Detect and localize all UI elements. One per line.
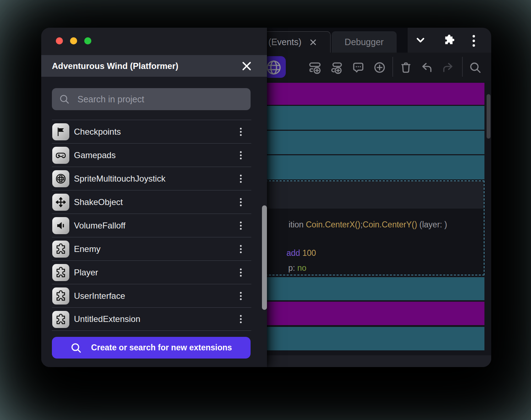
tab-debugger[interactable]: Debugger <box>332 31 397 53</box>
item-menu-icon[interactable] <box>240 290 242 301</box>
item-menu-icon[interactable] <box>240 243 242 254</box>
list-item-label: UntitledExtension <box>74 314 140 324</box>
puzzle-icon <box>52 311 69 328</box>
zoom-window-button[interactable] <box>84 37 91 44</box>
code-text: ition <box>289 220 306 229</box>
search-icon <box>59 94 70 104</box>
item-menu-icon[interactable] <box>240 126 242 137</box>
puzzle-icon <box>52 241 69 258</box>
list-item-volumefalloff[interactable]: VolumeFalloff <box>52 214 251 237</box>
extension-list: Checkpoints Gamepads <box>52 120 251 331</box>
undo-button[interactable] <box>420 61 433 74</box>
project-title: Adventurous Wind (Platformer) <box>52 61 241 71</box>
events-scrollbar-thumb[interactable] <box>487 94 490 139</box>
code-expression: Coin.CenterX() <box>306 220 360 229</box>
search-events-button[interactable] <box>469 61 482 74</box>
event-action-text: ition Coin.CenterX();Coin.CenterY() (lay… <box>266 210 447 239</box>
circle-plus-icon[interactable] <box>373 61 386 74</box>
code-text: (layer: ) <box>417 220 447 229</box>
item-menu-icon[interactable] <box>240 314 242 325</box>
puzzle-icon <box>52 287 69 305</box>
tab-close-icon[interactable] <box>309 38 318 47</box>
toggle-world-button[interactable] <box>264 56 286 78</box>
list-item-label: Enemy <box>74 244 101 254</box>
chevron-down-icon[interactable] <box>414 34 427 46</box>
list-item-gamepads[interactable]: Gamepads <box>52 143 251 167</box>
close-window-button[interactable] <box>56 37 63 44</box>
drawer-scrollbar-thumb[interactable] <box>262 205 267 310</box>
add-comment-button[interactable] <box>352 61 365 74</box>
list-item-label: UserInterface <box>74 291 125 301</box>
list-item-enemy[interactable]: Enemy <box>52 237 251 260</box>
project-manager-header: Adventurous Wind (Platformer) <box>41 55 267 77</box>
item-menu-icon[interactable] <box>240 267 242 278</box>
puzzle-icon <box>52 264 69 281</box>
redo-button[interactable] <box>441 61 454 74</box>
list-item-label: ShakeObject <box>74 197 123 207</box>
search-input[interactable] <box>77 94 243 104</box>
add-event-button[interactable] <box>309 61 321 74</box>
minimize-window-button[interactable] <box>70 37 77 44</box>
list-item-untitledextension[interactable]: UntitledExtension <box>52 307 251 331</box>
create-button-label: Create or search for new extensions <box>91 343 232 352</box>
code-expression: Coin.CenterY() <box>363 220 417 229</box>
gamepad-icon <box>52 147 69 164</box>
list-item-label: SpriteMultitouchJoystick <box>74 174 165 184</box>
list-item-checkpoints[interactable]: Checkpoints <box>52 120 251 143</box>
code-boolean: no <box>297 263 306 273</box>
list-item-spritemultitouchjoystick[interactable]: SpriteMultitouchJoystick <box>52 167 251 190</box>
code-text: p: <box>288 263 297 273</box>
project-search[interactable] <box>52 88 251 110</box>
joystick-icon <box>52 170 69 187</box>
list-item-label: Checkpoints <box>74 127 121 137</box>
tab-debugger-label: Debugger <box>345 37 384 47</box>
list-item-player[interactable]: Player <box>52 260 251 284</box>
list-item-userinterface[interactable]: UserInterface <box>52 284 251 307</box>
item-menu-icon[interactable] <box>240 150 242 161</box>
kebab-menu-icon[interactable] <box>472 34 476 46</box>
list-item-label: Player <box>74 268 98 278</box>
list-item-shakeobject[interactable]: ShakeObject <box>52 190 251 214</box>
item-menu-icon[interactable] <box>240 220 242 231</box>
window-titlebar <box>41 28 267 55</box>
delete-button[interactable] <box>399 61 412 74</box>
window-top-right-cluster <box>408 28 491 53</box>
tab-events-label: (Events) <box>268 37 301 47</box>
app-window: (Events) Debugger <box>41 28 491 367</box>
add-subevent-button[interactable] <box>330 61 343 74</box>
list-item-label: VolumeFalloff <box>74 221 125 231</box>
speaker-icon <box>52 217 69 234</box>
close-icon[interactable] <box>241 60 253 72</box>
create-or-search-extensions-button[interactable]: Create or search for new extensions <box>52 337 251 359</box>
flag-icon <box>52 123 69 140</box>
project-manager-drawer: Adventurous Wind (Platformer) Checkpoint… <box>41 28 267 367</box>
toolbar-divider <box>462 57 463 77</box>
list-item-label: Gamepads <box>74 150 116 160</box>
puzzle-icon[interactable] <box>443 34 455 46</box>
search-icon <box>70 342 82 354</box>
item-menu-icon[interactable] <box>240 173 242 184</box>
toolbar-divider <box>392 57 393 77</box>
item-menu-icon[interactable] <box>240 196 242 208</box>
move-arrows-icon <box>52 194 69 211</box>
globe-icon <box>265 59 282 76</box>
